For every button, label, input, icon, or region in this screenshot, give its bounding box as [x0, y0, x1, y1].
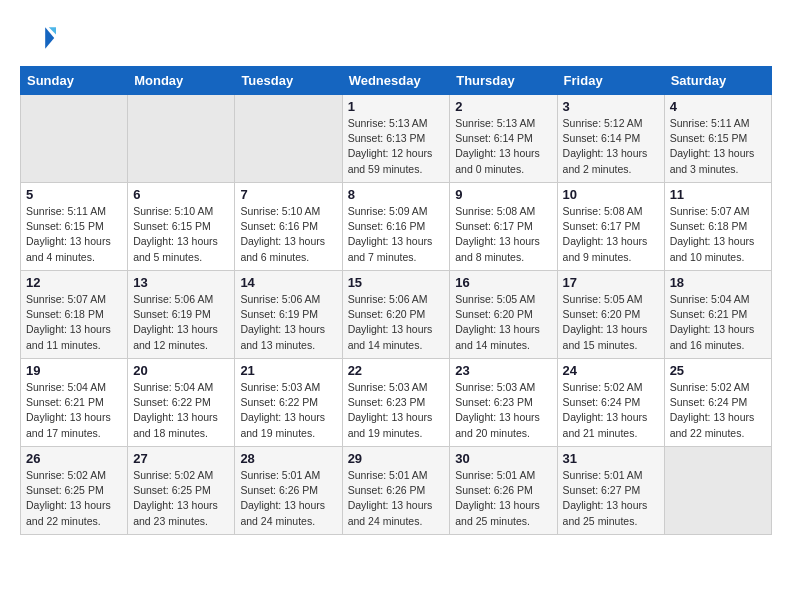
calendar-cell: 12Sunrise: 5:07 AMSunset: 6:18 PMDayligh… [21, 271, 128, 359]
calendar-week-row: 5Sunrise: 5:11 AMSunset: 6:15 PMDaylight… [21, 183, 772, 271]
calendar-cell: 11Sunrise: 5:07 AMSunset: 6:18 PMDayligh… [664, 183, 771, 271]
calendar-cell: 2Sunrise: 5:13 AMSunset: 6:14 PMDaylight… [450, 95, 557, 183]
day-info: Sunrise: 5:04 AMSunset: 6:21 PMDaylight:… [26, 380, 122, 441]
day-info: Sunrise: 5:04 AMSunset: 6:21 PMDaylight:… [670, 292, 766, 353]
day-info: Sunrise: 5:02 AMSunset: 6:24 PMDaylight:… [670, 380, 766, 441]
day-number: 27 [133, 451, 229, 466]
calendar-day-header: Sunday [21, 67, 128, 95]
calendar-day-header: Thursday [450, 67, 557, 95]
calendar-cell: 9Sunrise: 5:08 AMSunset: 6:17 PMDaylight… [450, 183, 557, 271]
calendar-cell: 25Sunrise: 5:02 AMSunset: 6:24 PMDayligh… [664, 359, 771, 447]
calendar-cell: 15Sunrise: 5:06 AMSunset: 6:20 PMDayligh… [342, 271, 450, 359]
calendar-cell: 5Sunrise: 5:11 AMSunset: 6:15 PMDaylight… [21, 183, 128, 271]
day-number: 10 [563, 187, 659, 202]
day-info: Sunrise: 5:12 AMSunset: 6:14 PMDaylight:… [563, 116, 659, 177]
logo [20, 20, 60, 56]
day-info: Sunrise: 5:03 AMSunset: 6:23 PMDaylight:… [348, 380, 445, 441]
day-info: Sunrise: 5:06 AMSunset: 6:19 PMDaylight:… [240, 292, 336, 353]
calendar-cell: 27Sunrise: 5:02 AMSunset: 6:25 PMDayligh… [128, 447, 235, 535]
day-number: 31 [563, 451, 659, 466]
day-number: 16 [455, 275, 551, 290]
day-number: 5 [26, 187, 122, 202]
calendar-cell: 10Sunrise: 5:08 AMSunset: 6:17 PMDayligh… [557, 183, 664, 271]
calendar-day-header: Monday [128, 67, 235, 95]
calendar-cell: 8Sunrise: 5:09 AMSunset: 6:16 PMDaylight… [342, 183, 450, 271]
calendar-cell [664, 447, 771, 535]
day-number: 24 [563, 363, 659, 378]
day-number: 3 [563, 99, 659, 114]
day-info: Sunrise: 5:11 AMSunset: 6:15 PMDaylight:… [670, 116, 766, 177]
calendar-cell: 3Sunrise: 5:12 AMSunset: 6:14 PMDaylight… [557, 95, 664, 183]
day-info: Sunrise: 5:05 AMSunset: 6:20 PMDaylight:… [455, 292, 551, 353]
day-number: 30 [455, 451, 551, 466]
logo-icon [20, 20, 56, 56]
calendar-day-header: Saturday [664, 67, 771, 95]
calendar-week-row: 1Sunrise: 5:13 AMSunset: 6:13 PMDaylight… [21, 95, 772, 183]
calendar-header-row: SundayMondayTuesdayWednesdayThursdayFrid… [21, 67, 772, 95]
day-number: 12 [26, 275, 122, 290]
calendar-cell: 22Sunrise: 5:03 AMSunset: 6:23 PMDayligh… [342, 359, 450, 447]
day-number: 19 [26, 363, 122, 378]
calendar-cell: 19Sunrise: 5:04 AMSunset: 6:21 PMDayligh… [21, 359, 128, 447]
calendar-day-header: Wednesday [342, 67, 450, 95]
day-number: 29 [348, 451, 445, 466]
day-number: 25 [670, 363, 766, 378]
day-info: Sunrise: 5:03 AMSunset: 6:22 PMDaylight:… [240, 380, 336, 441]
day-number: 4 [670, 99, 766, 114]
day-number: 6 [133, 187, 229, 202]
day-number: 15 [348, 275, 445, 290]
day-number: 28 [240, 451, 336, 466]
page-header [20, 20, 772, 56]
day-number: 13 [133, 275, 229, 290]
day-info: Sunrise: 5:10 AMSunset: 6:16 PMDaylight:… [240, 204, 336, 265]
day-info: Sunrise: 5:08 AMSunset: 6:17 PMDaylight:… [455, 204, 551, 265]
day-number: 7 [240, 187, 336, 202]
calendar-day-header: Friday [557, 67, 664, 95]
day-info: Sunrise: 5:02 AMSunset: 6:24 PMDaylight:… [563, 380, 659, 441]
calendar-cell: 23Sunrise: 5:03 AMSunset: 6:23 PMDayligh… [450, 359, 557, 447]
calendar-cell: 31Sunrise: 5:01 AMSunset: 6:27 PMDayligh… [557, 447, 664, 535]
day-info: Sunrise: 5:13 AMSunset: 6:13 PMDaylight:… [348, 116, 445, 177]
calendar-day-header: Tuesday [235, 67, 342, 95]
day-info: Sunrise: 5:02 AMSunset: 6:25 PMDaylight:… [133, 468, 229, 529]
day-info: Sunrise: 5:07 AMSunset: 6:18 PMDaylight:… [26, 292, 122, 353]
day-info: Sunrise: 5:01 AMSunset: 6:26 PMDaylight:… [240, 468, 336, 529]
calendar-cell: 28Sunrise: 5:01 AMSunset: 6:26 PMDayligh… [235, 447, 342, 535]
day-info: Sunrise: 5:13 AMSunset: 6:14 PMDaylight:… [455, 116, 551, 177]
day-info: Sunrise: 5:02 AMSunset: 6:25 PMDaylight:… [26, 468, 122, 529]
day-number: 9 [455, 187, 551, 202]
day-info: Sunrise: 5:09 AMSunset: 6:16 PMDaylight:… [348, 204, 445, 265]
day-info: Sunrise: 5:10 AMSunset: 6:15 PMDaylight:… [133, 204, 229, 265]
day-number: 21 [240, 363, 336, 378]
calendar-cell [128, 95, 235, 183]
day-info: Sunrise: 5:01 AMSunset: 6:26 PMDaylight:… [455, 468, 551, 529]
calendar-cell: 26Sunrise: 5:02 AMSunset: 6:25 PMDayligh… [21, 447, 128, 535]
calendar-week-row: 26Sunrise: 5:02 AMSunset: 6:25 PMDayligh… [21, 447, 772, 535]
day-number: 23 [455, 363, 551, 378]
day-info: Sunrise: 5:11 AMSunset: 6:15 PMDaylight:… [26, 204, 122, 265]
calendar-cell: 14Sunrise: 5:06 AMSunset: 6:19 PMDayligh… [235, 271, 342, 359]
day-info: Sunrise: 5:03 AMSunset: 6:23 PMDaylight:… [455, 380, 551, 441]
day-number: 18 [670, 275, 766, 290]
day-info: Sunrise: 5:06 AMSunset: 6:19 PMDaylight:… [133, 292, 229, 353]
calendar-week-row: 19Sunrise: 5:04 AMSunset: 6:21 PMDayligh… [21, 359, 772, 447]
day-info: Sunrise: 5:01 AMSunset: 6:27 PMDaylight:… [563, 468, 659, 529]
calendar-cell: 7Sunrise: 5:10 AMSunset: 6:16 PMDaylight… [235, 183, 342, 271]
calendar-cell: 1Sunrise: 5:13 AMSunset: 6:13 PMDaylight… [342, 95, 450, 183]
day-info: Sunrise: 5:06 AMSunset: 6:20 PMDaylight:… [348, 292, 445, 353]
calendar-cell: 16Sunrise: 5:05 AMSunset: 6:20 PMDayligh… [450, 271, 557, 359]
day-info: Sunrise: 5:04 AMSunset: 6:22 PMDaylight:… [133, 380, 229, 441]
day-number: 20 [133, 363, 229, 378]
day-number: 17 [563, 275, 659, 290]
calendar-table: SundayMondayTuesdayWednesdayThursdayFrid… [20, 66, 772, 535]
day-info: Sunrise: 5:08 AMSunset: 6:17 PMDaylight:… [563, 204, 659, 265]
day-number: 1 [348, 99, 445, 114]
day-number: 22 [348, 363, 445, 378]
calendar-cell [235, 95, 342, 183]
calendar-cell: 13Sunrise: 5:06 AMSunset: 6:19 PMDayligh… [128, 271, 235, 359]
calendar-cell [21, 95, 128, 183]
day-info: Sunrise: 5:01 AMSunset: 6:26 PMDaylight:… [348, 468, 445, 529]
calendar-week-row: 12Sunrise: 5:07 AMSunset: 6:18 PMDayligh… [21, 271, 772, 359]
day-number: 11 [670, 187, 766, 202]
calendar-cell: 20Sunrise: 5:04 AMSunset: 6:22 PMDayligh… [128, 359, 235, 447]
